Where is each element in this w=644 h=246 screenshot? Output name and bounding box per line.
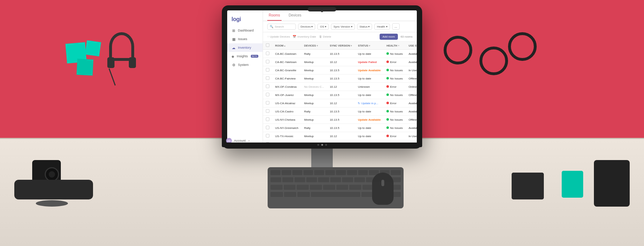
sidebar-item-insights[interactable]: ◈ Insights BETA	[227, 52, 263, 61]
table-row[interactable]: US-NY-ChelseaMeetup10.13.5Update Availab…	[263, 116, 417, 124]
filter-status[interactable]: Status ▾	[357, 24, 372, 30]
tab-rooms[interactable]: Rooms	[267, 10, 282, 21]
cell-devices: Meetup	[301, 99, 327, 107]
more-filters-button[interactable]: ...	[392, 23, 400, 30]
table-row[interactable]: US-CA-AlcatrazMeetup10.12↻ Update in p..…	[263, 99, 417, 107]
room-sort-icon[interactable]: ▴	[284, 44, 286, 47]
status-sort-icon[interactable]: ▾	[369, 44, 370, 47]
key	[349, 185, 361, 190]
filter-devices-label: Devices	[301, 25, 311, 28]
key	[306, 177, 317, 182]
health-dot	[386, 110, 389, 112]
health-dot	[386, 52, 389, 55]
row-checkbox[interactable]	[266, 52, 269, 55]
headset-mic	[109, 68, 116, 86]
cell-room: MX-DF-Juarez	[272, 91, 301, 99]
key	[314, 170, 324, 175]
cell-room: US-CA-Castro	[272, 107, 301, 116]
table-row[interactable]: US-CA-CastroRally10.13.5Up to dateNo Iss…	[263, 107, 417, 116]
main-content: Rooms Devices 🔍 Search Devices ▾ OS ▾	[263, 10, 417, 144]
table-row[interactable]: CA-BC-GranvilleMeetup10.13.5Update Avail…	[263, 66, 417, 74]
issues-icon: ▦	[231, 37, 236, 41]
table-row[interactable]: US-NY-GreenwichRally10.13.5Up to dateNo …	[263, 124, 417, 132]
headset-ear-right	[129, 57, 136, 68]
key	[270, 177, 281, 182]
cell-status: Up to date	[355, 132, 384, 140]
row-checkbox[interactable]	[266, 126, 269, 129]
action-bar: ↑ Update Devices 📅 Inventory Date 🗑 Dele…	[263, 32, 417, 42]
add-room-button[interactable]: Add room	[380, 34, 398, 40]
sidebar-label-dashboard: Dashboard	[238, 29, 254, 32]
row-checkbox[interactable]	[266, 109, 269, 113]
cell-sync-version: 10.12	[327, 99, 355, 107]
key	[310, 185, 322, 190]
cell-sync-version: 10.12	[327, 83, 355, 91]
col-use-state: USE STATE +	[406, 42, 417, 50]
key	[292, 170, 302, 175]
bottom-dot-3	[325, 144, 327, 146]
account-label: Account	[234, 139, 246, 143]
cell-use-state: Offline	[406, 74, 417, 83]
table-row[interactable]: MX-DF-JuarezMeetup10.13.5Up to dateNo Is…	[263, 91, 417, 99]
sidebar-item-issues[interactable]: ▦ Issues	[227, 35, 263, 43]
sidebar-item-inventory[interactable]: ☁ Inventory	[227, 43, 263, 52]
sticky-note-3	[85, 40, 101, 56]
mouse-scroll	[381, 180, 384, 186]
delete-icon: 🗑	[319, 35, 322, 38]
cell-devices: Meetup	[301, 66, 327, 74]
cell-devices: Meetup	[301, 91, 327, 99]
cell-status: Up to date	[355, 91, 384, 99]
key	[358, 170, 368, 175]
cell-use-state: Available	[406, 50, 417, 58]
row-checkbox[interactable]	[266, 85, 269, 88]
key	[311, 192, 360, 197]
row-checkbox[interactable]	[266, 76, 269, 80]
sidebar-item-dashboard[interactable]: ⊞ Dashboard	[227, 26, 263, 35]
toolbar: 🔍 Search Devices ▾ OS ▾ Sync Version ▾ S…	[263, 21, 417, 32]
row-checkbox[interactable]	[266, 134, 269, 138]
col-health: HEALTH +	[384, 42, 406, 50]
table-row[interactable]: CA-BC-FairviewMeetup10.13.5Up to dateNo …	[263, 74, 417, 83]
key	[282, 177, 293, 182]
filter-devices[interactable]: Devices ▾	[298, 24, 315, 30]
key	[330, 177, 341, 182]
key	[323, 185, 335, 190]
cell-status: Unknown	[355, 83, 384, 91]
row-checkbox[interactable]	[266, 101, 269, 105]
key	[282, 170, 292, 175]
key	[318, 177, 329, 182]
key	[336, 170, 346, 175]
inventory-icon: ☁	[231, 45, 236, 50]
search-box[interactable]: 🔍 Search	[267, 24, 296, 30]
devices-sort-icon[interactable]: ▾	[317, 44, 318, 47]
cell-sync-version: 10.13.5	[327, 74, 355, 83]
table-row[interactable]: MX-DF-CondesaNo Devices C...10.12Unknown…	[263, 83, 417, 91]
webcam-lens-inner	[49, 171, 55, 178]
row-checkbox[interactable]	[266, 68, 269, 72]
beta-badge: BETA	[251, 55, 258, 58]
row-checkbox[interactable]	[266, 117, 269, 121]
select-all-checkbox[interactable]	[266, 43, 269, 47]
tab-bar: Rooms Devices	[263, 10, 417, 21]
sidebar-label-system: System	[238, 63, 249, 67]
cable-coil-3	[508, 32, 537, 61]
table-row[interactable]: US-TX-HoosicMeetup10.12Up to dateErrorIn…	[263, 132, 417, 140]
cell-use-state: In Use	[406, 132, 417, 140]
filter-sync-arrow: ▾	[351, 25, 352, 28]
cell-devices: Meetup	[301, 116, 327, 124]
filter-os-arrow: ▾	[325, 25, 326, 28]
row-checkbox[interactable]	[266, 93, 269, 96]
tab-devices[interactable]: Devices	[287, 10, 303, 21]
filter-health[interactable]: Health ▾	[374, 24, 390, 30]
sidebar-item-system[interactable]: ⚙ System	[227, 61, 263, 69]
filter-sync-version[interactable]: Sync Version ▾	[331, 24, 355, 30]
cell-sync-version: 10.13.5	[327, 66, 355, 74]
health-sort-icon[interactable]: +	[398, 44, 399, 47]
table-row[interactable]: CA-BC-GastownRally10.13.5Up to dateNo Is…	[263, 50, 417, 58]
cell-use-state: Online	[406, 83, 417, 91]
sync-sort-icon[interactable]: ▾	[351, 44, 352, 47]
table-row[interactable]: CA-BC-YaletownMeetup10.12Update FailedEr…	[263, 58, 417, 66]
col-devices: DEVICES ▾	[301, 42, 327, 50]
row-checkbox[interactable]	[266, 60, 269, 63]
filter-os[interactable]: OS ▾	[317, 24, 329, 30]
